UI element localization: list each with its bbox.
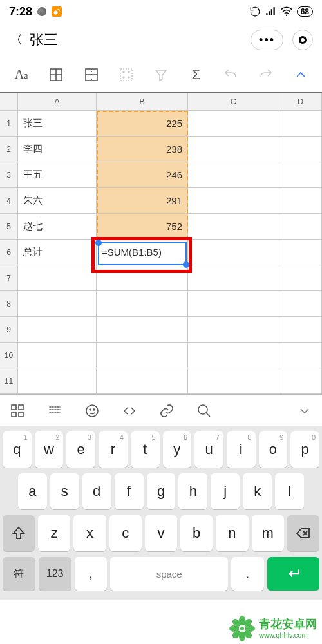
key-z[interactable]: z [38,515,70,551]
row-header[interactable]: 1 [0,111,18,136]
cell[interactable]: 752 [97,214,188,239]
cell[interactable] [279,291,322,316]
grid-tool[interactable] [6,400,28,422]
row-header[interactable]: 2 [0,137,18,162]
key-b[interactable]: b [180,515,213,551]
key-y[interactable]: 6y [163,431,192,468]
cell[interactable] [279,368,322,393]
cell[interactable] [188,111,279,136]
cell[interactable] [279,317,322,342]
collapse-keyboard[interactable] [294,400,316,422]
cell[interactable]: 238 [97,137,188,162]
cell[interactable] [279,111,322,136]
row-header[interactable]: 3 [0,162,18,187]
row-header[interactable]: 5 [0,214,18,239]
space-key[interactable]: space [110,557,228,591]
filter-button[interactable] [149,62,173,87]
font-button[interactable]: Aa [9,62,33,87]
cell[interactable] [188,188,279,213]
cell[interactable] [279,240,322,265]
col-header-B[interactable]: B [97,93,188,110]
expand-button[interactable] [289,62,313,87]
cell[interactable] [188,343,279,368]
key-j[interactable]: j [211,473,240,509]
cell[interactable] [188,240,279,265]
cell[interactable] [279,162,322,187]
row-header[interactable]: 10 [0,343,18,368]
search-tool[interactable] [193,400,215,422]
key-i[interactable]: 8i [227,431,256,468]
cell[interactable]: 朱六 [18,188,97,213]
cell[interactable] [279,214,322,239]
cell[interactable]: 张三 [18,111,97,136]
period-key[interactable]: . [231,557,264,591]
cell[interactable] [97,265,188,290]
row-header[interactable]: 7 [0,265,18,290]
cell[interactable]: 总计 [18,240,97,265]
borders-outer-button[interactable] [79,62,104,87]
cell[interactable] [188,291,279,316]
row-header[interactable]: 11 [0,368,18,393]
cell[interactable] [97,368,188,393]
keyboard-tool[interactable] [44,400,66,422]
row-header[interactable]: 9 [0,317,18,342]
code-tool[interactable] [118,400,140,422]
numeric-key[interactable]: 123 [39,557,71,591]
cell[interactable] [97,291,188,316]
col-header-A[interactable]: A [18,93,97,110]
key-p[interactable]: 0p [290,431,319,468]
row-header[interactable]: 4 [0,188,18,213]
cell[interactable] [18,368,97,393]
key-d[interactable]: d [82,473,111,509]
clear-format-button[interactable] [114,62,138,87]
sum-button[interactable]: Σ [184,62,208,87]
key-r[interactable]: 4r [99,431,128,468]
borders-all-button[interactable] [44,62,68,87]
key-g[interactable]: g [147,473,176,509]
key-u[interactable]: 7u [194,431,223,468]
row-header[interactable]: 6 [0,240,18,265]
key-e[interactable]: 3e [66,431,95,468]
undo-button[interactable] [218,62,243,87]
cell[interactable] [97,343,188,368]
cell[interactable] [188,137,279,162]
key-c[interactable]: c [109,515,142,551]
cell[interactable]: 王五 [18,162,97,187]
cell[interactable] [279,343,322,368]
key-q[interactable]: 1q [3,431,32,468]
cell[interactable] [18,291,97,316]
cell[interactable]: 225 [97,111,188,136]
cell[interactable] [18,343,97,368]
enter-key[interactable] [267,557,319,591]
key-n[interactable]: n [216,515,248,551]
key-f[interactable]: f [115,473,144,509]
cell[interactable]: 291 [97,188,188,213]
key-t[interactable]: 5t [131,431,160,468]
more-menu-button[interactable]: ••• [251,30,283,50]
link-tool[interactable] [156,400,178,422]
key-x[interactable]: x [73,515,106,551]
cell[interactable] [18,317,97,342]
cell[interactable]: 李四 [18,137,97,162]
shift-key[interactable] [3,515,35,551]
redo-button[interactable] [254,62,278,87]
key-h[interactable]: h [178,473,207,509]
key-l[interactable]: l [275,473,304,509]
comma-key[interactable]: , [75,557,108,591]
col-header-D[interactable]: D [279,93,322,110]
cell[interactable]: 246 [97,162,188,187]
key-m[interactable]: m [252,515,284,551]
cell[interactable]: =SUM(B1:B5) [97,240,188,265]
cell[interactable] [188,162,279,187]
key-s[interactable]: s [50,473,79,509]
key-k[interactable]: k [243,473,272,509]
cell[interactable] [188,265,279,290]
col-header-C[interactable]: C [188,93,279,110]
cell[interactable] [188,368,279,393]
back-icon[interactable]: 〈 [9,30,23,50]
symbol-key[interactable]: 符 [3,557,35,591]
cell[interactable] [97,317,188,342]
backspace-key[interactable] [287,515,319,551]
cell[interactable] [279,265,322,290]
cell[interactable]: 赵七 [18,214,97,239]
